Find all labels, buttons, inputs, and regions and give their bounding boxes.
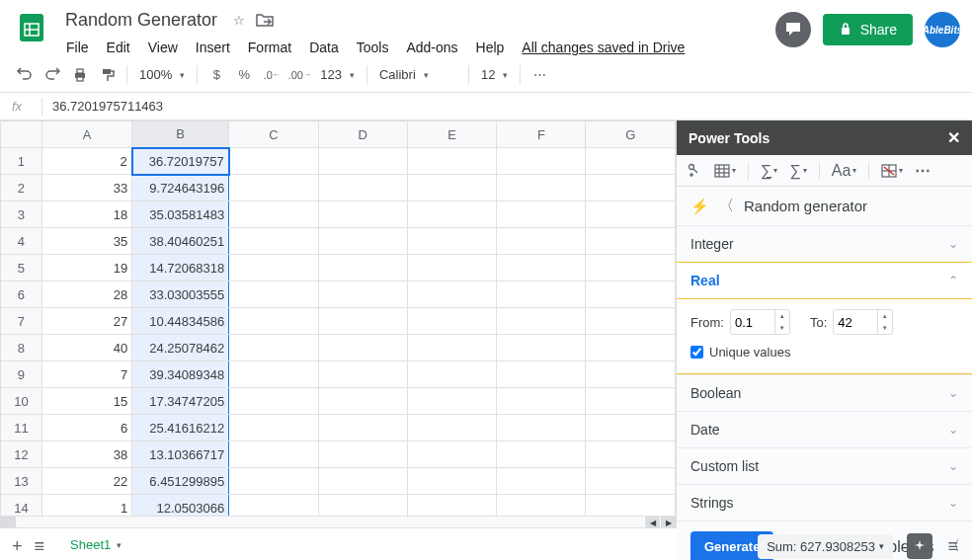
cell[interactable]	[229, 255, 318, 281]
cell[interactable]	[586, 148, 676, 175]
sidebar-tool-sum[interactable]: ∑▾	[761, 162, 777, 180]
share-button[interactable]: Share	[823, 14, 913, 45]
cell[interactable]	[229, 441, 318, 468]
horizontal-scrollbar[interactable]: ◀ ▶	[0, 516, 676, 527]
menu-view[interactable]: View	[141, 36, 185, 59]
cell[interactable]	[497, 441, 586, 468]
number-format-select[interactable]: 123	[314, 63, 361, 86]
row-header[interactable]: 3	[1, 201, 42, 228]
cell[interactable]: 40	[41, 335, 131, 361]
cell[interactable]	[318, 201, 407, 228]
row-header[interactable]: 6	[1, 281, 42, 308]
cell[interactable]	[229, 308, 318, 335]
document-title[interactable]: Random Generator	[59, 8, 223, 33]
back-icon[interactable]: 〈	[719, 197, 734, 215]
sidebar-tool-clear[interactable]: ▾	[881, 163, 903, 179]
cell[interactable]: 39.34089348	[132, 361, 229, 388]
cell[interactable]: 35.03581483	[132, 201, 229, 228]
star-icon[interactable]: ☆	[229, 10, 249, 30]
cell[interactable]	[497, 175, 586, 201]
cell[interactable]	[318, 495, 407, 517]
row-header[interactable]: 13	[1, 468, 42, 495]
cell[interactable]	[586, 335, 676, 361]
sidebar-tool-sigma[interactable]: ∑▾	[789, 162, 806, 180]
cell[interactable]	[407, 388, 496, 415]
font-select[interactable]: Calibri	[373, 63, 462, 86]
unique-checkbox[interactable]	[690, 346, 703, 359]
cell[interactable]	[407, 281, 496, 308]
sidebar-tool-case[interactable]: Aa▾	[832, 162, 857, 180]
cell[interactable]	[229, 495, 318, 517]
cell[interactable]	[586, 388, 676, 415]
cell[interactable]	[229, 388, 318, 415]
cell[interactable]	[407, 495, 496, 517]
cell[interactable]	[586, 281, 676, 308]
collapse-side-panel-button[interactable]: 〈	[946, 537, 960, 555]
cell[interactable]: 38	[41, 441, 131, 468]
cell[interactable]	[497, 148, 586, 175]
menu-data[interactable]: Data	[302, 36, 346, 59]
cell[interactable]: 15	[41, 388, 131, 415]
row-header[interactable]: 9	[1, 361, 42, 388]
from-down-button[interactable]: ▾	[775, 322, 789, 334]
row-header[interactable]: 10	[1, 388, 42, 415]
cell[interactable]	[318, 148, 407, 175]
cell[interactable]	[407, 228, 496, 255]
cell[interactable]: 12.0503066	[132, 495, 229, 517]
cell[interactable]: 9.724643196	[132, 175, 229, 201]
cell[interactable]	[497, 361, 586, 388]
row-header[interactable]: 4	[1, 228, 42, 255]
cell[interactable]	[407, 201, 496, 228]
sidebar-tool-table[interactable]: ▾	[714, 163, 736, 179]
cell[interactable]	[497, 415, 586, 441]
cell[interactable]	[497, 255, 586, 281]
col-header-E[interactable]: E	[407, 121, 496, 148]
cell[interactable]: 33	[41, 175, 131, 201]
to-down-button[interactable]: ▾	[878, 322, 892, 334]
cell[interactable]	[407, 361, 496, 388]
cell[interactable]	[497, 308, 586, 335]
close-icon[interactable]: ✕	[947, 128, 960, 147]
cell[interactable]	[229, 335, 318, 361]
explore-button[interactable]	[907, 533, 932, 559]
cell[interactable]	[586, 415, 676, 441]
cell[interactable]	[229, 175, 318, 201]
cell[interactable]	[586, 308, 676, 335]
select-all-corner[interactable]	[1, 121, 42, 148]
menu-help[interactable]: Help	[469, 36, 512, 59]
cell[interactable]: 27	[41, 308, 131, 335]
comments-button[interactable]	[775, 12, 811, 47]
row-header[interactable]: 14	[1, 495, 42, 517]
cell[interactable]	[229, 361, 318, 388]
unique-values-row[interactable]: Unique values	[690, 345, 958, 360]
cell[interactable]: 28	[41, 281, 131, 308]
cell[interactable]	[586, 361, 676, 388]
cell[interactable]: 35	[41, 228, 131, 255]
cell[interactable]: 22	[41, 468, 131, 495]
increase-decimal-button[interactable]: .00→	[286, 62, 312, 88]
cell[interactable]: 6	[41, 415, 131, 441]
cell[interactable]	[586, 175, 676, 201]
cell[interactable]	[407, 335, 496, 361]
cell[interactable]	[318, 388, 407, 415]
section-integer[interactable]: Integer ⌄	[677, 225, 972, 262]
cell[interactable]: 10.44834586	[132, 308, 229, 335]
scroll-right-icon[interactable]: ▶	[660, 517, 676, 527]
section-boolean[interactable]: Boolean ⌄	[677, 374, 972, 411]
sidebar-tool-formula[interactable]	[687, 163, 702, 179]
col-header-F[interactable]: F	[497, 121, 586, 148]
font-size-select[interactable]: 12	[475, 63, 514, 86]
cell[interactable]	[586, 255, 676, 281]
from-up-button[interactable]: ▴	[775, 310, 789, 322]
menu-insert[interactable]: Insert	[189, 36, 237, 59]
section-custom-list[interactable]: Custom list ⌄	[677, 447, 972, 484]
menu-edit[interactable]: Edit	[100, 36, 137, 59]
menu-tools[interactable]: Tools	[350, 36, 396, 59]
row-header[interactable]: 12	[1, 441, 42, 468]
cell[interactable]	[586, 468, 676, 495]
col-header-G[interactable]: G	[586, 121, 676, 148]
cell[interactable]	[318, 335, 407, 361]
cell[interactable]: 33.03003555	[132, 281, 229, 308]
cell[interactable]	[229, 228, 318, 255]
section-real[interactable]: Real ⌃	[677, 262, 972, 299]
